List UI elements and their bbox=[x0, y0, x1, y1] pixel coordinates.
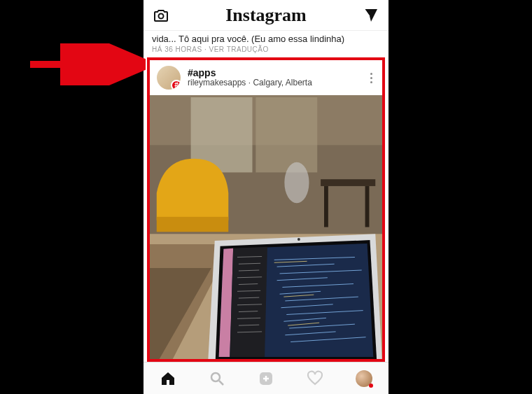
svg-point-41 bbox=[298, 238, 300, 241]
post-location: Calgary, Alberta bbox=[253, 78, 312, 87]
post-header-text[interactable]: #apps rileymakesapps · Calgary, Alberta bbox=[188, 67, 360, 88]
post-hashtag: #apps bbox=[188, 67, 360, 78]
previous-caption-meta: HÁ 36 HORAS · VER TRADUÇÃO bbox=[144, 45, 388, 56]
search-icon[interactable] bbox=[208, 370, 226, 388]
phone-frame: Instagram vida... Tô aqui pra você. (Eu … bbox=[144, 0, 388, 394]
svg-rect-5 bbox=[157, 217, 229, 232]
svg-point-12 bbox=[284, 162, 309, 204]
more-options-icon[interactable] bbox=[368, 70, 375, 86]
post-header[interactable]: # #apps rileymakesapps · Calgary, Albert… bbox=[150, 60, 382, 95]
activity-heart-icon[interactable] bbox=[306, 370, 324, 388]
avatar[interactable]: # bbox=[157, 66, 181, 90]
previous-caption-fragment: vida... Tô aqui pra você. (Eu amo essa l… bbox=[144, 31, 388, 45]
separator: · bbox=[246, 78, 253, 87]
highlighted-post: # #apps rileymakesapps · Calgary, Albert… bbox=[147, 57, 385, 362]
profile-avatar bbox=[356, 370, 372, 387]
post-username: rileymakesapps bbox=[188, 78, 246, 87]
post-photo[interactable] bbox=[150, 95, 382, 359]
brand-logo: Instagram bbox=[225, 5, 307, 26]
camera-icon[interactable] bbox=[152, 6, 170, 24]
svg-rect-10 bbox=[324, 186, 328, 227]
top-bar: Instagram bbox=[144, 0, 388, 31]
svg-line-44 bbox=[219, 381, 223, 385]
hashtag-badge-icon: # bbox=[171, 80, 181, 90]
bottom-nav bbox=[144, 362, 388, 394]
svg-point-0 bbox=[159, 13, 164, 18]
home-icon[interactable] bbox=[159, 370, 177, 388]
profile-icon[interactable] bbox=[355, 370, 373, 388]
svg-rect-4 bbox=[255, 97, 317, 172]
svg-rect-11 bbox=[365, 186, 370, 227]
svg-point-43 bbox=[211, 373, 220, 381]
annotation-arrow-icon bbox=[27, 43, 146, 85]
send-icon[interactable] bbox=[362, 6, 380, 24]
add-post-icon[interactable] bbox=[257, 370, 275, 388]
svg-rect-9 bbox=[321, 179, 375, 186]
post-subline: rileymakesapps · Calgary, Alberta bbox=[188, 78, 360, 88]
